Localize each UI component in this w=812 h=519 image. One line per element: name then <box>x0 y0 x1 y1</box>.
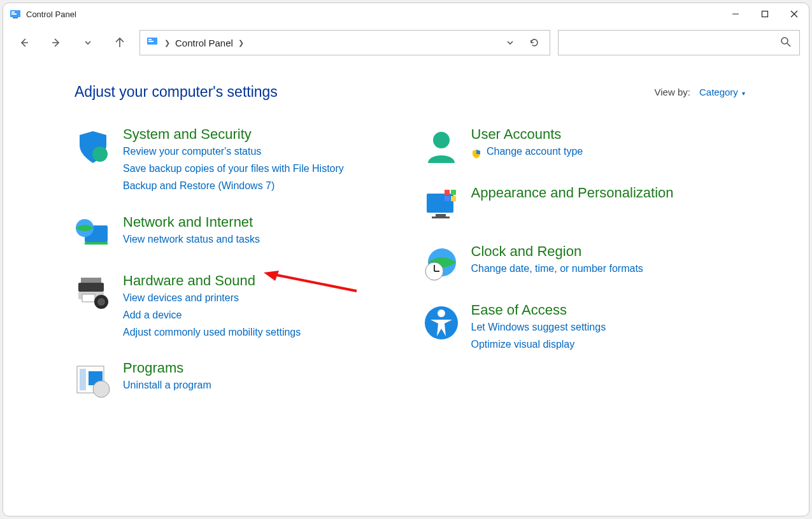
svg-point-16 <box>92 146 108 162</box>
svg-rect-20 <box>78 283 104 292</box>
chevron-right-icon: ❯ <box>164 39 170 47</box>
category-network-internet: Network and Internet View network status… <box>75 214 397 253</box>
sublink[interactable]: Add a device <box>123 306 301 323</box>
svg-rect-2 <box>11 13 17 15</box>
svg-point-14 <box>781 38 788 44</box>
control-panel-window: Control Panel ❯ Control Panel ❯ <box>3 3 809 516</box>
up-button[interactable] <box>108 31 132 55</box>
svg-point-30 <box>433 132 450 148</box>
address-dropdown-button[interactable] <box>501 34 519 52</box>
svg-rect-34 <box>445 190 450 195</box>
control-panel-app-icon <box>10 8 21 20</box>
category-link-hardware-sound[interactable]: Hardware and Sound <box>123 273 255 288</box>
uac-shield-icon <box>471 147 481 157</box>
breadcrumb[interactable]: ❯ Control Panel ❯ <box>164 38 495 48</box>
svg-rect-37 <box>451 196 456 201</box>
right-column: User Accounts Change account type Appear… <box>423 126 746 418</box>
category-link-programs[interactable]: Programs <box>123 360 183 376</box>
svg-rect-23 <box>82 294 95 302</box>
svg-rect-27 <box>80 369 86 390</box>
svg-rect-12 <box>148 39 152 40</box>
category-link-user-accounts[interactable]: User Accounts <box>471 126 562 142</box>
category-link-ease-of-access[interactable]: Ease of Access <box>471 302 567 318</box>
svg-rect-3 <box>13 17 18 18</box>
view-by-label: View by: <box>655 87 690 97</box>
svg-rect-21 <box>81 278 101 283</box>
toolbar: ❯ Control Panel ❯ <box>3 25 809 64</box>
user-icon <box>423 129 460 166</box>
svg-point-29 <box>93 381 110 397</box>
chevron-right-icon: ❯ <box>238 39 244 47</box>
sublink[interactable]: Optimize visual display <box>471 336 606 353</box>
address-icon <box>146 36 158 50</box>
view-by-control: View by: Category ▾ <box>655 87 745 97</box>
category-programs: Programs Uninstall a program <box>75 360 397 399</box>
left-column: System and Security Review your computer… <box>75 126 397 418</box>
content-area: Adjust your computer's settings View by:… <box>3 64 809 516</box>
printer-camera-icon <box>75 275 111 312</box>
page-heading: Adjust your computer's settings <box>75 83 278 101</box>
globe-monitor-icon <box>75 217 111 253</box>
view-by-dropdown[interactable]: Category ▾ <box>699 87 745 97</box>
category-link-appearance[interactable]: Appearance and Personalization <box>471 185 674 201</box>
category-hardware-sound: Hardware and Sound View devices and prin… <box>75 273 397 341</box>
category-link-clock-region[interactable]: Clock and Region <box>471 243 582 259</box>
monitor-personalize-icon <box>423 187 460 224</box>
sublink[interactable]: Review your computer's status <box>123 143 344 160</box>
sublink[interactable]: Backup and Restore (Windows 7) <box>123 177 344 194</box>
sublink-view-devices-printers[interactable]: View devices and printers <box>123 289 301 306</box>
window-title: Control Panel <box>26 10 721 19</box>
close-button[interactable] <box>780 3 809 25</box>
svg-rect-13 <box>148 41 153 42</box>
sublink[interactable]: Let Windows suggest settings <box>471 318 606 336</box>
svg-line-15 <box>787 43 790 46</box>
sublink-label: Change account type <box>487 146 583 157</box>
svg-point-25 <box>97 298 105 306</box>
category-system-security: System and Security Review your computer… <box>75 126 397 195</box>
titlebar: Control Panel <box>3 3 809 25</box>
svg-rect-18 <box>85 242 108 245</box>
search-box[interactable] <box>558 30 800 55</box>
forward-button[interactable] <box>44 31 68 55</box>
sublink[interactable]: Change account type <box>471 143 583 160</box>
sublink[interactable]: Uninstall a program <box>123 376 211 394</box>
sublink[interactable]: Change date, time, or number formats <box>471 260 643 277</box>
view-by-value: Category <box>699 87 738 97</box>
category-ease-of-access: Ease of Access Let Windows suggest setti… <box>423 302 746 353</box>
programs-icon <box>75 362 111 399</box>
sublink[interactable]: View network status and tasks <box>123 231 260 248</box>
maximize-button[interactable] <box>750 3 780 25</box>
caret-down-icon: ▾ <box>742 90 745 97</box>
svg-rect-5 <box>762 11 768 17</box>
back-button[interactable] <box>12 31 36 55</box>
breadcrumb-segment[interactable]: Control Panel <box>175 38 233 48</box>
recent-dropdown-button[interactable] <box>76 31 100 55</box>
sublink[interactable]: Save backup copies of your files with Fi… <box>123 160 344 177</box>
search-input[interactable] <box>565 38 780 48</box>
svg-rect-33 <box>432 217 450 218</box>
svg-rect-32 <box>436 214 446 217</box>
category-user-accounts: User Accounts Change account type <box>423 126 746 166</box>
svg-point-43 <box>438 309 445 317</box>
svg-rect-1 <box>11 11 15 13</box>
category-appearance-personalization: Appearance and Personalization <box>423 185 746 224</box>
accessibility-icon <box>423 304 460 341</box>
category-link-system-security[interactable]: System and Security <box>123 126 252 142</box>
shield-icon <box>75 129 111 166</box>
category-link-network-internet[interactable]: Network and Internet <box>123 214 253 230</box>
refresh-button[interactable] <box>525 34 543 52</box>
category-clock-region: Clock and Region Change date, time, or n… <box>423 243 746 283</box>
sublink[interactable]: Adjust commonly used mobility settings <box>123 323 301 341</box>
svg-rect-35 <box>451 190 456 195</box>
minimize-button[interactable] <box>721 3 750 25</box>
search-icon[interactable] <box>780 36 793 49</box>
clock-globe-icon <box>423 246 460 283</box>
address-bar[interactable]: ❯ Control Panel ❯ <box>139 30 550 55</box>
svg-rect-36 <box>445 196 450 201</box>
